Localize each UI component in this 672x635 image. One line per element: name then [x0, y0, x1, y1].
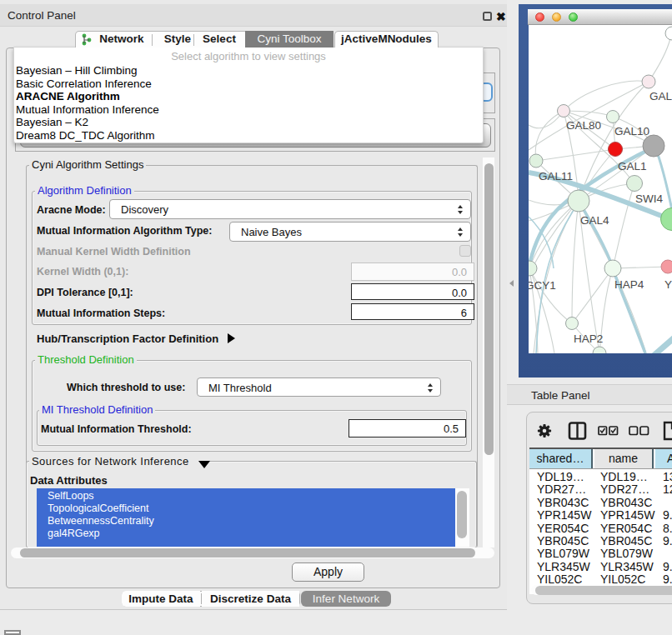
- svg-text:GAL: GAL: [649, 90, 672, 102]
- svg-text:SWI4: SWI4: [635, 192, 663, 205]
- svg-text:GAL1: GAL1: [618, 160, 647, 172]
- svg-text:HAP4: HAP4: [614, 278, 644, 291]
- svg-text:GAL10: GAL10: [614, 125, 649, 138]
- svg-text:GCY1: GCY1: [529, 279, 556, 292]
- svg-text:GAL11: GAL11: [539, 170, 573, 182]
- svg-text:HAP2: HAP2: [574, 332, 603, 345]
- svg-text:GAL80: GAL80: [566, 119, 601, 132]
- svg-text:GAL4: GAL4: [580, 214, 609, 227]
- svg-text:Y: Y: [664, 278, 672, 291]
